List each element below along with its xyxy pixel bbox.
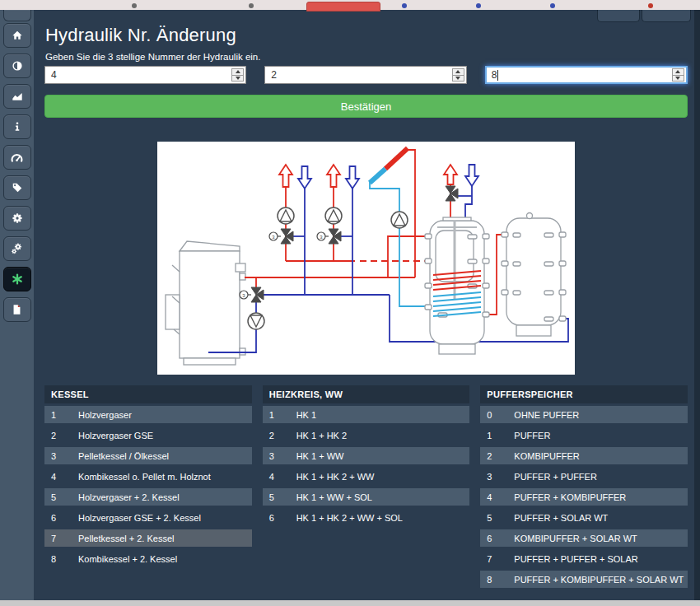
asterisk-icon: [12, 273, 23, 285]
tachometer-icon: [11, 152, 23, 164]
buffer-tank: [502, 213, 566, 337]
table-row[interactable]: 5PUFFER + SOLAR WT: [480, 509, 688, 526]
browser-bookmarks-strip: [0, 0, 700, 10]
table-row[interactable]: 3Pelletkessel / Ölkessel: [44, 447, 252, 464]
favicon-icon: [476, 3, 481, 8]
file-icon: [12, 304, 22, 315]
table-row[interactable]: 4HK 1 + HK 2 + WW: [263, 468, 470, 485]
table-row[interactable]: 3PUFFER + PUFFER: [480, 468, 688, 485]
hydraulic-diagram: 3 3 3: [157, 142, 575, 375]
table-row[interactable]: 4Kombikessel o. Pellet m. Holznot: [44, 468, 252, 485]
table-row[interactable]: 0OHNE PUFFER: [480, 406, 688, 423]
input-instructions: Geben Sie die 3 stellige Nummer der Hydr…: [45, 52, 688, 62]
sidebar-item-document[interactable]: [3, 297, 31, 322]
table-row[interactable]: 8PUFFER + KOMBIPUFFER + SOLAR WT: [480, 571, 688, 588]
table-row[interactable]: 2Holzvergaser GSE: [44, 427, 252, 444]
sidebar: [0, 10, 34, 600]
puffer-number-value: 8: [492, 69, 497, 81]
sidebar-item-contrast[interactable]: [3, 54, 31, 78]
spinner-control[interactable]: [231, 68, 244, 82]
table-row[interactable]: 1PUFFER: [480, 427, 688, 444]
spinner-control[interactable]: [452, 68, 464, 82]
puffer-table-header: PUFFERSPEICHER: [480, 385, 688, 403]
puffer-number-input[interactable]: 8: [485, 66, 688, 84]
table-row[interactable]: 1Holzvergaser: [44, 406, 252, 423]
gear-icon: [12, 212, 23, 224]
kessel-table: KESSEL 1Holzvergaser 2Holzvergaser GSE 3…: [44, 385, 252, 571]
table-row[interactable]: 1HK 1: [263, 406, 470, 423]
gears-icon: [11, 243, 23, 255]
top-right-button-2[interactable]: [642, 10, 691, 22]
spinner-control[interactable]: [672, 68, 684, 82]
browser-red-bookmark[interactable]: [306, 2, 380, 12]
sidebar-item-top-partial[interactable]: [3, 10, 31, 21]
table-row[interactable]: 4PUFFER + KOMBIPUFFER: [480, 488, 688, 506]
option-tables: KESSEL 1Holzvergaser 2Holzvergaser GSE 3…: [44, 385, 688, 591]
table-row[interactable]: 5HK 1 + WW + SOL: [263, 488, 470, 506]
favicon-icon: [550, 3, 555, 8]
spin-down-icon[interactable]: [675, 77, 680, 80]
table-row[interactable]: 5Holzvergaser + 2. Kessel: [44, 488, 252, 506]
sidebar-item-system-settings[interactable]: [3, 236, 31, 261]
spin-up-icon[interactable]: [455, 70, 460, 73]
window-bottom-edge: [0, 600, 700, 606]
main-content: Hydraulik Nr. Änderung Geben Sie die 3 s…: [34, 10, 694, 600]
home-icon: [12, 30, 23, 41]
tag-icon: [12, 182, 23, 193]
sidebar-item-settings[interactable]: [3, 206, 31, 231]
puffer-table: PUFFERSPEICHER 0OHNE PUFFER 1PUFFER 2KOM…: [480, 385, 688, 591]
hydraulik-number-inputs: 4 2 8: [44, 66, 688, 84]
spin-down-icon[interactable]: [236, 77, 240, 80]
kessel-number-input[interactable]: 4: [44, 66, 246, 84]
table-row[interactable]: 2KOMBIPUFFER: [480, 447, 688, 464]
heizkreis-table: HEIZKREIS, WW 1HK 1 2HK 1 + HK 2 3HK 1 +…: [263, 385, 470, 529]
favicon-icon: [249, 3, 254, 8]
sidebar-item-chart[interactable]: [3, 84, 31, 109]
sidebar-item-dashboard[interactable]: [3, 145, 31, 170]
table-row[interactable]: 2HK 1 + HK 2: [263, 427, 470, 444]
table-row[interactable]: 3HK 1 + WW: [263, 447, 470, 464]
top-right-button-1[interactable]: [597, 10, 640, 22]
sidebar-item-tags[interactable]: [3, 175, 31, 200]
sidebar-item-hydraulik-active[interactable]: [3, 267, 31, 291]
contrast-icon: [12, 60, 23, 72]
heizkreis-table-header: HEIZKREIS, WW: [263, 385, 470, 403]
page-title: Hydraulik Nr. Änderung: [45, 25, 688, 46]
favicon-icon: [402, 3, 407, 8]
app-window: Hydraulik Nr. Änderung Geben Sie die 3 s…: [0, 10, 694, 600]
favicon-icon: [648, 3, 653, 8]
spin-up-icon[interactable]: [675, 70, 680, 73]
text-caret: [497, 70, 498, 81]
table-row[interactable]: 8Kombikessel + 2. Kessel: [44, 550, 252, 567]
heizkreis-number-input[interactable]: 2: [264, 66, 466, 84]
spin-down-icon[interactable]: [455, 77, 460, 80]
table-row[interactable]: 6Holzvergaser GSE + 2. Kessel: [44, 509, 252, 526]
kessel-table-header: KESSEL: [44, 385, 252, 403]
info-icon: [12, 121, 23, 133]
table-row[interactable]: 7Pelletkessel + 2. Kessel: [44, 529, 252, 547]
confirm-button[interactable]: Bestätigen: [44, 95, 688, 118]
table-row[interactable]: 6KOMBIPUFFER + SOLAR WT: [480, 529, 688, 547]
sidebar-item-info[interactable]: [3, 114, 31, 139]
table-row[interactable]: 7PUFFER + PUFFER + SOLAR: [480, 550, 688, 567]
area-chart-icon: [12, 91, 23, 102]
kessel-number-value: 4: [51, 69, 57, 81]
table-row[interactable]: 6HK 1 + HK 2 + WW + SOL: [263, 509, 470, 526]
window-right-edge: [694, 10, 700, 600]
spin-up-icon[interactable]: [236, 70, 240, 73]
favicon-icon: [132, 3, 137, 8]
sidebar-item-home[interactable]: [3, 23, 31, 48]
heizkreis-number-value: 2: [271, 69, 277, 81]
